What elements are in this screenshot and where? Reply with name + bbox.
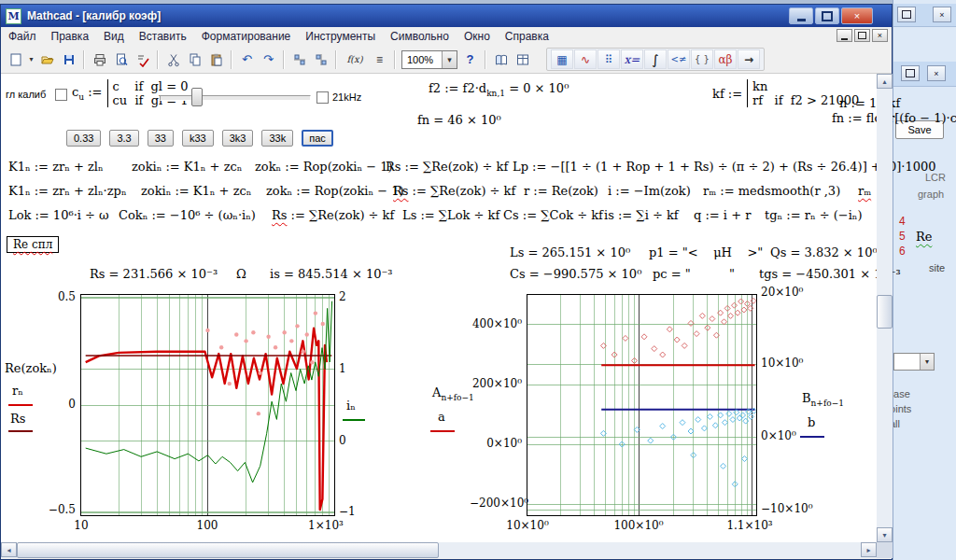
region-zok-def2[interactable]: zokₙ := Rop(zokiₙ − 1) xyxy=(266,184,404,198)
region-cok-def[interactable]: Cokₙ := −10⁶ ÷ (ωₙ·iₙ) xyxy=(119,208,256,222)
open-button[interactable] xyxy=(36,49,58,70)
menu-view[interactable]: Вид xyxy=(96,28,132,45)
ab-plot[interactable] xyxy=(527,294,757,516)
slider-track[interactable] xyxy=(160,95,311,101)
region-rs-sum2[interactable]: Rs := ∑Re(zok) ÷ kf xyxy=(393,184,515,198)
preset-3k3-button[interactable]: 3k3 xyxy=(222,130,254,147)
align-across-button[interactable] xyxy=(288,49,310,70)
copy-button[interactable] xyxy=(184,49,205,70)
impedance-plot[interactable] xyxy=(80,294,335,516)
redo-button[interactable]: ↷ xyxy=(258,49,279,70)
result-cs[interactable]: Cs = −990.575 × 10⁰ xyxy=(510,267,641,281)
menu-format[interactable]: Форматирование xyxy=(194,28,299,45)
print-button[interactable] xyxy=(89,49,110,70)
insert-component-button[interactable] xyxy=(512,49,533,70)
region-i-def[interactable]: i := −Im(zok) xyxy=(608,184,691,198)
align-down-button[interactable] xyxy=(310,49,331,70)
scroll-right-button[interactable]: ▸ xyxy=(861,542,877,557)
region-zoki-def2[interactable]: zokiₙ := K1ₙ + zcₙ xyxy=(141,184,251,198)
dropdown-caret-icon[interactable]: ▾ xyxy=(920,354,934,370)
all-label[interactable]: all xyxy=(893,418,900,429)
region-rm-clipped[interactable]: rₘ xyxy=(858,184,871,198)
region-f2[interactable]: f2 := f2·dkn,1 = 0 × 10⁰ xyxy=(429,81,569,98)
horizontal-scroll-thumb[interactable] xyxy=(17,542,439,558)
region-k1-def2[interactable]: K1ₙ := zrₙ + zlₙ·zpₙ xyxy=(8,184,127,198)
region-ls-def[interactable]: Ls := ∑Lok ÷ kf xyxy=(402,208,499,222)
close-button[interactable]: × xyxy=(841,7,873,24)
zoom-caret-icon[interactable]: ▾ xyxy=(442,51,457,68)
child-restore-button[interactable] xyxy=(854,29,870,42)
scroll-up-button[interactable]: ▴ xyxy=(877,74,893,89)
region-kf-piecewise[interactable]: kf := kn rf if f2 > 21000 xyxy=(712,79,859,107)
base-label[interactable]: base xyxy=(893,388,910,399)
matrix-icon[interactable]: ⠿ xyxy=(598,49,620,69)
title-bar[interactable]: M Mathcad - [калибр коэф] × xyxy=(1,5,892,27)
menu-tools[interactable]: Инструменты xyxy=(298,28,383,45)
bg-restore-button[interactable] xyxy=(897,7,916,22)
bg-dropdown[interactable]: ▾ xyxy=(893,353,935,371)
menu-edit[interactable]: Правка xyxy=(44,28,97,45)
result-p1[interactable]: p1 = "< μH >" xyxy=(649,245,763,259)
khz-checkbox[interactable] xyxy=(316,91,329,104)
boolean-icon[interactable]: <≠ xyxy=(668,49,690,69)
region-k1-def[interactable]: K1ₙ := zrₙ + zlₙ xyxy=(8,160,104,174)
resource-center-button[interactable] xyxy=(490,49,512,70)
region-rs-sum[interactable]: Rs := ∑Re(zok) ÷ kf xyxy=(386,160,508,174)
evaluation-icon[interactable]: x= xyxy=(621,49,643,69)
slider-control[interactable] xyxy=(156,85,313,107)
symbolic-icon[interactable]: → xyxy=(738,49,760,69)
region-lp-def[interactable]: Lp := −[[1 ÷ (1 + Rop + 1 + Rs) ÷ (π ÷ 2… xyxy=(513,160,936,174)
preset-0.33-button[interactable]: 0.33 xyxy=(66,130,101,147)
region-fn-val[interactable]: fn = 46 × 10⁰ xyxy=(417,113,501,127)
bg-restore2-button[interactable] xyxy=(901,65,920,81)
minimize-button[interactable] xyxy=(789,7,813,24)
result-rs[interactable]: Rs = 231.566 × 10⁻³ xyxy=(90,267,218,281)
points-label[interactable]: points xyxy=(893,403,911,414)
result-ls[interactable]: Ls = 265.151 × 10⁰ xyxy=(510,245,630,259)
menu-window[interactable]: Окно xyxy=(457,28,498,45)
region-zoki-def[interactable]: zokiₙ := K1ₙ + zcₙ xyxy=(132,160,242,174)
preset-k33-button[interactable]: k33 xyxy=(182,130,214,147)
vertical-scrollbar[interactable]: ▴ ▾ xyxy=(877,74,893,542)
preset-33k-button[interactable]: 33k xyxy=(261,130,293,147)
menu-help[interactable]: Справка xyxy=(498,28,556,45)
restore-button[interactable] xyxy=(815,7,839,24)
slider-thumb[interactable] xyxy=(191,88,203,106)
scroll-left-button[interactable]: ◂ xyxy=(1,542,17,557)
scroll-down-button[interactable]: ▾ xyxy=(877,527,893,542)
region-is-def[interactable]: is := ∑i ÷ kf xyxy=(604,208,679,222)
calculus-icon[interactable]: ∫ xyxy=(644,49,667,69)
preset-33-button[interactable]: 33 xyxy=(148,130,174,147)
menu-file[interactable]: Файл xyxy=(1,28,44,45)
save-button[interactable] xyxy=(58,49,79,70)
undo-button[interactable]: ↶ xyxy=(236,49,258,70)
programming-icon[interactable]: { } xyxy=(691,49,713,69)
calculator-icon[interactable]: ▦ xyxy=(551,49,573,69)
paste-button[interactable] xyxy=(205,49,227,70)
greek-icon[interactable]: αβ xyxy=(714,49,737,69)
insert-unit-button[interactable]: ≡ xyxy=(369,49,390,70)
horizontal-scrollbar[interactable]: ◂ ▸ xyxy=(1,542,877,558)
menu-symbolics[interactable]: Символьно xyxy=(383,28,457,45)
region-q-def[interactable]: q := i + r xyxy=(694,208,751,222)
preset-pas-button[interactable]: пас xyxy=(302,130,333,147)
new-caret-button[interactable]: ▾ xyxy=(26,49,36,70)
region-rm-def[interactable]: rₘ := medsmooth(r ,3) xyxy=(703,184,840,198)
graph-icon[interactable]: ∿ xyxy=(574,49,597,69)
region-r-def[interactable]: r := Re(zok) xyxy=(524,184,598,198)
cut-button[interactable] xyxy=(162,49,184,70)
result-qs[interactable]: Qs = 3.832 × 10⁰ xyxy=(770,245,878,259)
new-button[interactable] xyxy=(5,49,26,70)
bg-close-button[interactable]: × xyxy=(933,7,951,22)
preset-3.3-button[interactable]: 3.3 xyxy=(109,130,138,147)
help-button[interactable]: ? xyxy=(459,49,481,70)
region-tg-def[interactable]: tgₙ := rₙ ÷ (−iₙ) xyxy=(765,208,863,222)
zoom-select[interactable]: 100% ▾ xyxy=(401,50,457,69)
region-rs-sum3[interactable]: Rs := ∑Re(zok) ÷ kf xyxy=(272,208,394,222)
menu-insert[interactable]: Вставить xyxy=(132,28,194,45)
vertical-scroll-thumb[interactable] xyxy=(877,295,893,329)
insert-function-button[interactable]: f(x) xyxy=(341,49,369,70)
print-preview-button[interactable] xyxy=(110,49,132,70)
re-spl-button[interactable]: Re спл xyxy=(7,236,59,253)
child-close-button[interactable]: × xyxy=(872,29,888,42)
